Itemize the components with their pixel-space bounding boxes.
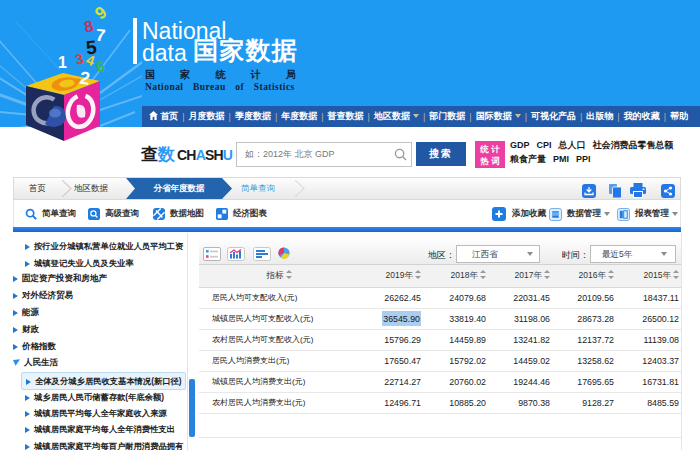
svg-text:8: 8 [83, 17, 95, 35]
svg-text:6: 6 [94, 57, 107, 76]
svg-text:1: 1 [58, 54, 67, 71]
svg-text:3: 3 [74, 50, 86, 67]
svg-text:9: 9 [91, 3, 110, 24]
svg-text:7: 7 [95, 26, 106, 46]
